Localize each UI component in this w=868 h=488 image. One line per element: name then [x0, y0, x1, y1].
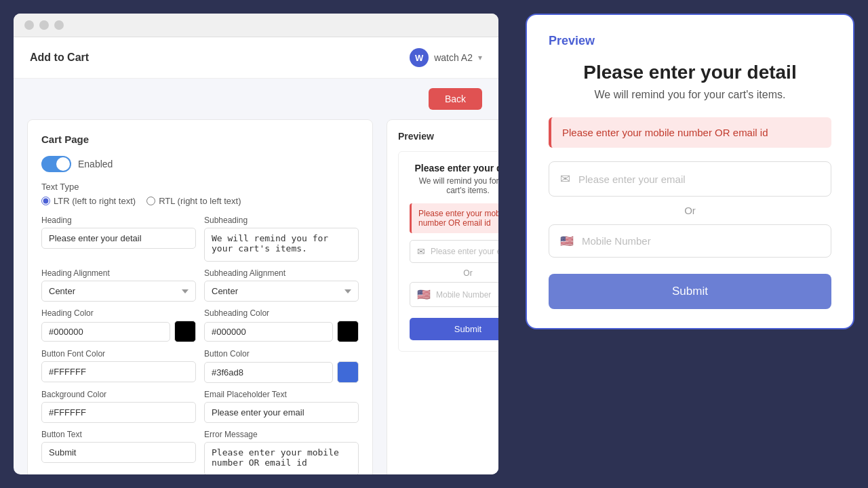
main-content: Cart Page Enabled Text Type LTR (left to… [14, 119, 498, 474]
bg-color-input[interactable] [41, 402, 196, 423]
large-preview-subheading: We will remind you for your cart's items… [549, 89, 831, 101]
button-color-group: Button Color [204, 349, 359, 383]
heading-alignment-select[interactable]: Center Left Right [41, 281, 196, 302]
large-email-icon: ✉ [560, 171, 570, 186]
colors-grid-2: Button Font Color Button Color [41, 349, 359, 383]
large-preview-heading: Please enter your detail [549, 62, 831, 83]
email-placeholder-label: Email Placeholder Text [204, 390, 359, 399]
browser-dot-3 [54, 20, 64, 30]
subheading-color-row [204, 321, 359, 342]
error-message-group: Error Message Please enter your mobile n… [204, 430, 359, 474]
button-font-color-row [41, 361, 196, 382]
button-text-group: Button Text [41, 430, 196, 474]
large-preview-title: Preview [549, 34, 831, 48]
large-preview-window: Preview Please enter your detail We will… [526, 14, 854, 329]
text-type-radio-group: LTR (left to right text) RTL (right to l… [41, 196, 359, 206]
button-color-swatch[interactable] [337, 361, 359, 383]
heading-color-label: Heading Color [41, 308, 196, 318]
chevron-down-icon: ▾ [478, 53, 482, 62]
ltr-radio[interactable]: LTR (left to right text) [41, 196, 136, 206]
large-email-placeholder: Please enter your email [578, 174, 686, 185]
heading-subheading-grid: Heading Subheading [41, 216, 359, 262]
text-type-row: Text Type LTR (left to right text) RTL (… [41, 182, 359, 206]
ltr-label: LTR (left to right text) [54, 196, 136, 206]
heading-alignment-label: Heading Alignment [41, 268, 196, 278]
browser-titlebar [14, 14, 498, 37]
small-preview-title: Preview [398, 131, 498, 142]
small-preview-card: Please enter your detail We will remind … [398, 151, 498, 352]
small-preview-mobile-input: 🇺🇸 Mobile Number [410, 282, 498, 307]
flag-icon: 🇺🇸 [417, 288, 431, 301]
large-mobile-placeholder: Mobile Number [582, 235, 651, 247]
browser-dot-1 [24, 20, 34, 30]
small-preview-heading: Please enter your detail [410, 163, 498, 174]
colors-grid-3: Background Color Email Placeholder Text [41, 390, 359, 423]
small-mobile-placeholder: Mobile Number [436, 290, 491, 300]
user-avatar: W [410, 48, 429, 67]
small-preview-panel: Preview Please enter your detail We will… [387, 119, 498, 474]
email-placeholder-group: Email Placeholder Text [204, 390, 359, 423]
heading-alignment-group: Heading Alignment Center Left Right [41, 268, 196, 302]
small-preview-submit[interactable]: Submit [410, 318, 498, 340]
alignment-grid: Heading Alignment Center Left Right Subh… [41, 268, 359, 302]
toggle-row: Enabled [41, 156, 359, 172]
large-preview-email-input: ✉ Please enter your email [549, 161, 831, 197]
heading-group: Heading [41, 216, 196, 262]
browser-dot-2 [39, 20, 49, 30]
page-title: Add to Cart [30, 52, 89, 64]
heading-color-input[interactable] [41, 322, 170, 342]
subheading-color-group: Subheading Color [204, 308, 359, 342]
subheading-group: Subheading [204, 216, 359, 262]
editor-area: Add to Cart W watch A2 ▾ Back Cart Page … [0, 0, 512, 488]
button-color-label: Button Color [204, 349, 359, 359]
rtl-radio-input[interactable] [146, 197, 155, 205]
browser-window: Add to Cart W watch A2 ▾ Back Cart Page … [14, 14, 498, 474]
heading-color-row [41, 321, 196, 342]
subheading-color-input[interactable] [204, 322, 333, 342]
heading-color-swatch[interactable] [174, 321, 196, 342]
back-button[interactable]: Back [429, 88, 482, 110]
large-preview-or: Or [549, 205, 831, 216]
large-flag-icon: 🇺🇸 [560, 235, 574, 247]
subheading-color-swatch[interactable] [337, 321, 359, 342]
toggle-label: Enabled [78, 159, 113, 169]
enabled-toggle[interactable] [41, 156, 71, 172]
email-icon: ✉ [417, 246, 425, 257]
button-font-color-label: Button Font Color [41, 349, 196, 359]
text-type-label: Text Type [41, 182, 359, 192]
button-color-input[interactable] [204, 362, 333, 383]
heading-label: Heading [41, 216, 196, 225]
subheading-color-label: Subheading Color [204, 308, 359, 318]
subheading-input[interactable] [204, 228, 359, 262]
small-preview-error: Please enter your mobile number OR email… [410, 203, 498, 233]
user-badge[interactable]: W watch A2 ▾ [410, 48, 482, 67]
button-font-color-input[interactable] [41, 361, 196, 382]
heading-input[interactable] [41, 228, 196, 249]
large-preview-submit[interactable]: Submit [549, 274, 831, 309]
small-preview-or: Or [410, 268, 498, 278]
action-bar: Back [14, 79, 498, 119]
email-placeholder-input[interactable] [204, 402, 359, 423]
small-email-placeholder: Please enter your email [431, 247, 498, 256]
button-text-input[interactable] [41, 442, 196, 463]
user-name: watch A2 [434, 52, 473, 63]
bg-color-label: Background Color [41, 390, 196, 399]
right-preview-area: Preview Please enter your detail We will… [512, 0, 868, 488]
large-preview-mobile-input: 🇺🇸 Mobile Number [549, 224, 831, 258]
ltr-radio-input[interactable] [41, 197, 50, 205]
small-preview-email-input: ✉ Please enter your email [410, 240, 498, 263]
panel-title: Cart Page [41, 134, 359, 145]
large-preview-error: Please enter your mobile number OR email… [549, 117, 831, 148]
small-preview-subheading: We will remind you for your cart's items… [410, 176, 498, 195]
config-panel: Cart Page Enabled Text Type LTR (left to… [27, 119, 373, 474]
bg-color-row [41, 402, 196, 423]
button-error-grid: Button Text Error Message Please enter y… [41, 430, 359, 474]
heading-color-group: Heading Color [41, 308, 196, 342]
error-message-input[interactable]: Please enter your mobile number OR email… [204, 442, 359, 474]
colors-grid-1: Heading Color Subheading Color [41, 308, 359, 342]
subheading-alignment-group: Subheading Alignment Center Left Right [204, 268, 359, 302]
button-font-color-group: Button Font Color [41, 349, 196, 383]
subheading-alignment-select[interactable]: Center Left Right [204, 281, 359, 302]
subheading-alignment-label: Subheading Alignment [204, 268, 359, 278]
rtl-radio[interactable]: RTL (right to left text) [146, 196, 241, 206]
